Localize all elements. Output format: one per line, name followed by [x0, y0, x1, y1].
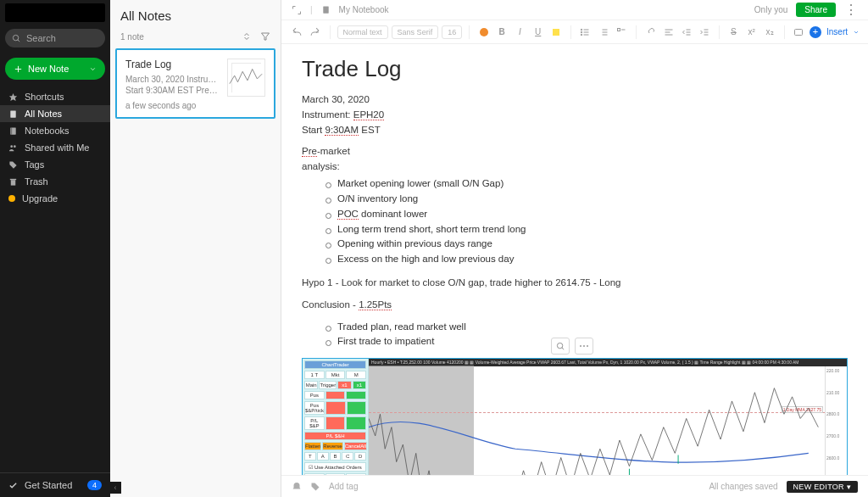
- font-select[interactable]: Sans Serif: [392, 25, 439, 39]
- indent-icon[interactable]: [698, 25, 712, 40]
- sidebar-item-label: All Notes: [25, 109, 62, 119]
- chart-attachment[interactable]: ChartTrader 1 TMktM MainTriggerx1x1 Pos …: [302, 358, 848, 475]
- text-color-icon[interactable]: [476, 25, 491, 40]
- svg-point-18: [581, 31, 583, 33]
- chevron-down-icon: [89, 65, 97, 73]
- note-icon: [8, 109, 18, 119]
- tag-icon[interactable]: [310, 482, 320, 492]
- visibility-label[interactable]: Only you: [754, 5, 787, 14]
- svg-line-1: [18, 39, 19, 41]
- editor-top-bar: | My Notebook Only you Share ⋮: [281, 0, 868, 20]
- underline-icon[interactable]: U: [531, 25, 545, 40]
- svg-rect-25: [617, 28, 620, 31]
- highlight-icon[interactable]: [548, 25, 563, 40]
- reminder-icon[interactable]: [292, 482, 302, 492]
- new-note-button[interactable]: New Note: [5, 58, 105, 80]
- svg-rect-36: [795, 29, 803, 35]
- search-placeholder: Search: [26, 33, 56, 43]
- svg-rect-10: [11, 180, 16, 185]
- svg-point-37: [557, 343, 562, 348]
- list-item: Excess on the high and low previous day: [326, 252, 848, 267]
- notelist-count: 1 note: [120, 32, 144, 42]
- sidebar-item-label: Notebooks: [25, 126, 70, 136]
- instrument-value: EPH20: [353, 109, 384, 120]
- notebook-name[interactable]: My Notebook: [339, 5, 389, 14]
- undo-icon[interactable]: [290, 25, 304, 40]
- editor-panel: | My Notebook Only you Share ⋮ Normal te…: [281, 0, 868, 497]
- note-card[interactable]: Trade Log March 30, 2020 Instrument: EPH…: [115, 48, 275, 119]
- paragraph-style-select[interactable]: Normal text: [337, 25, 388, 39]
- sidebar-item-shared[interactable]: Shared with Me: [0, 139, 110, 156]
- notelist-title: All Notes: [120, 8, 270, 23]
- superscript-icon[interactable]: x²: [744, 25, 759, 40]
- link-icon[interactable]: [643, 25, 658, 40]
- insert-button[interactable]: + Insert: [810, 26, 860, 38]
- strikethrough-icon[interactable]: S: [726, 25, 741, 40]
- svg-point-20: [581, 34, 583, 36]
- svg-point-0: [13, 35, 18, 40]
- get-started-button[interactable]: Get Started 4: [0, 472, 110, 497]
- redo-icon[interactable]: [308, 25, 322, 40]
- upgrade-icon: [8, 195, 15, 202]
- svg-line-38: [561, 348, 563, 349]
- sidebar-nav: Shortcuts All Notes Notebooks Shared wit…: [0, 88, 110, 207]
- expand-icon[interactable]: [292, 5, 302, 15]
- attachment-more-icon[interactable]: ⋯: [575, 338, 593, 355]
- svg-point-8: [10, 145, 13, 148]
- list-item: Market opening lower (small O/N Gap): [326, 176, 848, 192]
- sidebar-item-label: Trash: [25, 176, 48, 187]
- sidebar-item-upgrade[interactable]: Upgrade: [0, 190, 110, 207]
- filter-icon[interactable]: [260, 31, 270, 42]
- premarket-list: Market opening lower (small O/N Gap) O/N…: [326, 176, 848, 267]
- get-started-badge: 4: [87, 480, 102, 490]
- bold-icon[interactable]: B: [494, 25, 509, 40]
- svg-rect-11: [10, 178, 16, 179]
- y-axis: 220.00210.002800.02700.02600.02570.02550…: [825, 366, 847, 475]
- zoom-attachment-icon[interactable]: [551, 338, 570, 355]
- collapse-notelist-button[interactable]: ‹: [109, 482, 121, 494]
- align-icon[interactable]: [661, 25, 676, 40]
- sidebar-item-all-notes[interactable]: All Notes: [0, 105, 110, 122]
- note-card-thumbnail: [227, 59, 265, 97]
- sidebar-item-tags[interactable]: Tags: [0, 156, 110, 173]
- svg-point-16: [581, 29, 583, 31]
- sidebar-item-shortcuts[interactable]: Shortcuts: [0, 88, 110, 105]
- sidebar-item-notebooks[interactable]: Notebooks: [0, 122, 110, 139]
- bulleted-list-icon[interactable]: [578, 25, 593, 40]
- note-list-panel: All Notes 1 note Trade Log March 30, 202…: [110, 0, 281, 497]
- add-tag-input[interactable]: Add tag: [329, 482, 358, 491]
- sidebar-item-trash[interactable]: Trash: [0, 173, 110, 190]
- plus-circle-icon: +: [810, 26, 821, 38]
- search-input[interactable]: Search: [5, 29, 105, 47]
- editor-body[interactable]: Trade Log March 30, 2020 Instrument: EPH…: [281, 44, 868, 475]
- checklist-icon[interactable]: [614, 25, 628, 40]
- star-icon: [8, 92, 18, 102]
- sidebar-item-label: Tags: [25, 159, 44, 170]
- svg-point-14: [480, 28, 488, 36]
- new-note-label: New Note: [28, 64, 69, 74]
- svg-marker-12: [262, 33, 270, 40]
- sort-icon[interactable]: [242, 31, 252, 42]
- sidebar-item-label: Shared with Me: [25, 142, 89, 153]
- italic-icon[interactable]: I: [513, 25, 527, 40]
- svg-rect-13: [323, 6, 328, 13]
- numbered-list-icon[interactable]: [596, 25, 610, 40]
- list-item: POC dominant lower: [326, 207, 848, 222]
- font-size-select[interactable]: 16: [442, 25, 462, 39]
- trash-icon: [8, 177, 18, 187]
- note-title[interactable]: Trade Log: [302, 56, 848, 82]
- outdent-icon[interactable]: [679, 25, 693, 40]
- subscript-icon[interactable]: x₂: [762, 25, 776, 40]
- chart-plot: Hourly • ESH • T:25,252.00 100 Volume 41…: [369, 359, 847, 475]
- account-block[interactable]: [5, 3, 105, 22]
- notebook-icon[interactable]: [321, 5, 331, 14]
- more-menu-icon[interactable]: ⋮: [844, 2, 858, 18]
- note-card-preview: March 30, 2020 Instrument: EPH20: [125, 74, 220, 85]
- editor-toolbar: Normal text Sans Serif 16 B I U S x² x₂: [281, 20, 868, 44]
- code-block-icon[interactable]: [792, 25, 806, 40]
- share-button[interactable]: Share: [796, 3, 836, 17]
- get-started-label: Get Started: [25, 480, 72, 490]
- new-editor-button[interactable]: NEW EDITOR ▾: [787, 481, 858, 493]
- svg-rect-5: [10, 110, 15, 117]
- list-item: Traded plan, read market well: [326, 320, 848, 335]
